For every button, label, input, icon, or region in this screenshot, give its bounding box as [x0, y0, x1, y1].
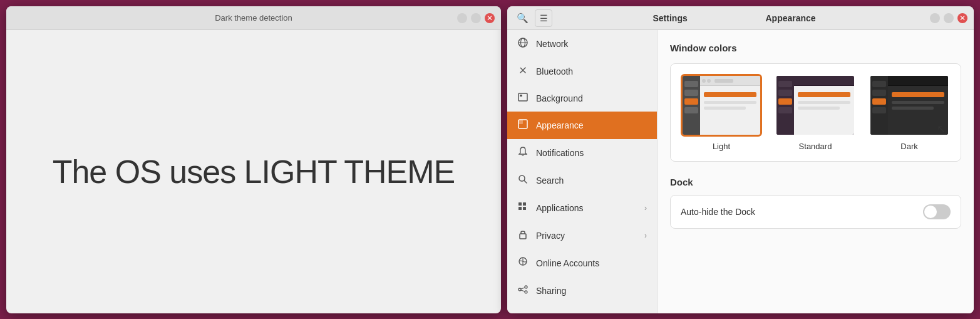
right-window: 🔍 Settings ☰ Appearance ─ □ ✕ Networ [507, 6, 974, 313]
svg-rect-11 [518, 207, 522, 210]
content-area: Window colors [658, 30, 974, 313]
svg-line-8 [524, 180, 527, 183]
dock-title: Dock [670, 177, 961, 187]
light-theme-label: Light [713, 142, 730, 151]
sidebar-item-online-accounts[interactable]: Online Accounts [507, 249, 657, 277]
sidebar-item-applications[interactable]: Applications › [507, 194, 657, 222]
settings-title: Settings [653, 13, 688, 23]
sidebar-item-search[interactable]: Search [507, 167, 657, 194]
left-window-title: Dark theme detection [215, 13, 292, 23]
settings-close-button[interactable]: ✕ [957, 13, 967, 23]
svg-rect-10 [523, 202, 526, 206]
sidebar-item-bluetooth-label: Bluetooth [536, 66, 647, 76]
privacy-chevron: › [644, 231, 647, 240]
settings-minimize-button[interactable]: ─ [930, 13, 940, 23]
sidebar-item-notifications[interactable]: Notifications [507, 139, 657, 167]
svg-point-15 [518, 288, 521, 291]
applications-icon [517, 202, 529, 214]
sidebar-item-privacy-label: Privacy [536, 231, 637, 241]
sidebar-item-network-label: Network [536, 39, 647, 49]
left-window-controls: ─ □ ✕ [457, 13, 495, 23]
cursor-icon: ↖ [937, 122, 946, 136]
main-area: Network Bluetooth Background [507, 30, 974, 313]
right-window-controls: ─ □ ✕ [930, 13, 967, 23]
search-icon [517, 174, 529, 187]
applications-chevron: › [644, 204, 647, 212]
theme-option-light[interactable]: Light [681, 74, 762, 151]
sidebar: Network Bluetooth Background [507, 30, 658, 313]
close-button[interactable]: ✕ [485, 13, 495, 23]
light-theme-preview[interactable] [681, 74, 762, 137]
appearance-icon [517, 119, 529, 132]
standard-theme-label: Standard [799, 142, 832, 151]
sharing-icon [517, 285, 529, 297]
sidebar-item-search-label: Search [536, 175, 647, 186]
svg-rect-4 [520, 95, 522, 97]
sidebar-item-appearance[interactable]: Appearance [507, 112, 657, 139]
settings-maximize-button[interactable]: □ [944, 13, 954, 23]
svg-line-19 [521, 290, 525, 291]
maximize-button[interactable]: □ [471, 13, 481, 23]
svg-line-18 [521, 288, 525, 289]
theme-option-standard[interactable]: Standard [775, 74, 856, 151]
sidebar-item-online-accounts-label: Online Accounts [536, 258, 647, 268]
sidebar-item-background-label: Background [536, 93, 647, 103]
background-icon [517, 93, 529, 104]
online-accounts-icon [517, 257, 529, 269]
sidebar-item-sharing[interactable]: Sharing [507, 277, 657, 305]
standard-theme-preview[interactable] [775, 74, 856, 137]
privacy-icon [517, 229, 529, 242]
left-titlebar: Dark theme detection ─ □ ✕ [6, 6, 501, 30]
svg-rect-12 [523, 207, 526, 210]
appearance-title: Appearance [766, 13, 816, 23]
sidebar-item-appearance-label: Appearance [536, 120, 647, 130]
svg-rect-13 [520, 234, 526, 239]
left-window: Dark theme detection ─ □ ✕ The OS uses L… [6, 6, 501, 313]
sidebar-item-bluetooth[interactable]: Bluetooth [507, 58, 657, 85]
auto-hide-row: Auto-hide the Dock [681, 204, 951, 219]
minimize-button[interactable]: ─ [457, 13, 467, 23]
sidebar-item-background[interactable]: Background [507, 85, 657, 112]
sidebar-item-notifications-label: Notifications [536, 148, 647, 158]
settings-header-left: 🔍 Settings ☰ [507, 9, 658, 27]
network-icon [517, 38, 529, 50]
left-content: The OS uses LIGHT THEME [6, 30, 501, 313]
right-titlebar: 🔍 Settings ☰ Appearance ─ □ ✕ [507, 6, 974, 30]
dock-option-autohide: Auto-hide the Dock [670, 195, 961, 229]
sidebar-item-network[interactable]: Network [507, 30, 657, 58]
theme-option-dark[interactable]: Dark ↖ [869, 74, 950, 151]
theme-grid: Light [670, 63, 961, 162]
notifications-icon [517, 147, 529, 159]
dock-section: Dock Auto-hide the Dock [670, 177, 961, 229]
auto-hide-toggle[interactable] [923, 204, 951, 219]
auto-hide-label: Auto-hide the Dock [681, 207, 755, 217]
bluetooth-icon [517, 65, 529, 78]
search-button[interactable]: 🔍 [513, 9, 531, 27]
window-colors-title: Window colors [670, 43, 961, 53]
svg-point-16 [525, 286, 527, 288]
menu-button[interactable]: ☰ [535, 9, 552, 27]
sidebar-item-privacy[interactable]: Privacy › [507, 222, 657, 249]
sidebar-item-sharing-label: Sharing [536, 286, 647, 296]
svg-rect-3 [518, 93, 527, 101]
theme-detection-text: The OS uses LIGHT THEME [53, 153, 455, 191]
svg-point-17 [525, 291, 527, 293]
sidebar-item-applications-label: Applications [536, 203, 637, 213]
svg-rect-6 [518, 120, 523, 124]
svg-rect-9 [518, 202, 522, 206]
dark-theme-label: Dark [900, 142, 917, 151]
